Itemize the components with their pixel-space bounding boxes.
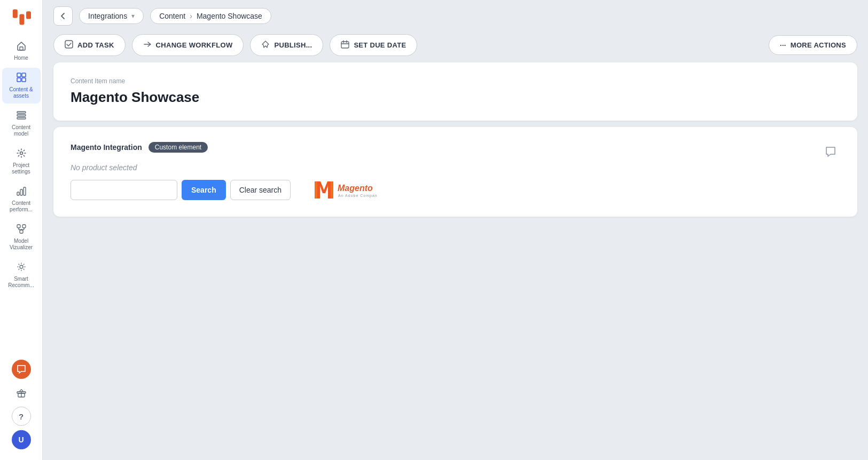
search-row: Search Clear search bbox=[71, 178, 821, 202]
breadcrumb-path: Content › Magento Showcase bbox=[150, 8, 271, 24]
search-input[interactable] bbox=[71, 180, 177, 200]
integration-card-inner: Magento Integration Custom element No pr… bbox=[71, 142, 821, 202]
content-assets-icon bbox=[16, 72, 27, 84]
dropdown-arrow-icon: ▾ bbox=[131, 12, 135, 20]
magento-logo: Magento An Adobe Company bbox=[308, 178, 377, 202]
svg-rect-5 bbox=[22, 73, 26, 77]
calendar-icon bbox=[341, 40, 349, 50]
svg-rect-12 bbox=[17, 192, 19, 195]
sidebar-item-content-assets[interactable]: Content & assets bbox=[2, 68, 41, 104]
clear-search-label: Clear search bbox=[239, 186, 281, 194]
sidebar-item-label-content-assets: Content & assets bbox=[4, 86, 38, 99]
sidebar-item-label-content-perform: Content perform... bbox=[4, 200, 38, 213]
svg-rect-17 bbox=[20, 230, 23, 233]
gift-button[interactable] bbox=[12, 383, 31, 402]
svg-rect-3 bbox=[20, 47, 23, 50]
sidebar-item-smart-recomm[interactable]: Smart Recomm... bbox=[2, 257, 41, 293]
svg-text:An Adobe Company: An Adobe Company bbox=[338, 194, 377, 198]
set-due-date-button[interactable]: SET DUE DATE bbox=[330, 34, 417, 56]
add-task-button[interactable]: ADD TASK bbox=[53, 34, 126, 56]
integration-card: Magento Integration Custom element No pr… bbox=[53, 127, 857, 217]
publish-button[interactable]: PUBLISH... bbox=[250, 34, 323, 56]
svg-rect-10 bbox=[17, 117, 26, 119]
sidebar-item-label-project-settings: Project settings bbox=[4, 162, 38, 175]
check-icon bbox=[65, 40, 73, 50]
integration-header: Magento Integration Custom element bbox=[71, 142, 821, 153]
content-model-icon bbox=[16, 110, 27, 122]
app-logo bbox=[11, 6, 32, 28]
user-avatar[interactable]: U bbox=[12, 430, 31, 449]
content-area: Content Item name Magento Showcase Magen… bbox=[43, 62, 868, 460]
back-button[interactable] bbox=[53, 6, 73, 26]
svg-rect-14 bbox=[24, 187, 26, 195]
sidebar-item-project-settings[interactable]: Project settings bbox=[2, 144, 41, 179]
integration-label: Magento Integration bbox=[71, 143, 142, 152]
search-button-label: Search bbox=[191, 186, 216, 194]
integration-card-row: Magento Integration Custom element No pr… bbox=[71, 142, 840, 202]
svg-rect-15 bbox=[17, 225, 20, 228]
svg-rect-23 bbox=[341, 42, 349, 48]
svg-rect-16 bbox=[22, 225, 26, 228]
svg-point-19 bbox=[20, 265, 23, 268]
help-button[interactable]: ? bbox=[12, 407, 31, 426]
svg-rect-13 bbox=[20, 189, 22, 195]
action-bar: ADD TASK CHANGE WORKFLOW PUBLISH... bbox=[43, 26, 868, 62]
sidebar-item-model-vizualizer[interactable]: Model Vizualizer bbox=[2, 219, 41, 255]
more-actions-button[interactable]: ··· MORE ACTIONS bbox=[769, 35, 857, 55]
add-task-label: ADD TASK bbox=[77, 41, 114, 49]
smart-recomm-icon bbox=[16, 261, 27, 274]
sidebar-item-label-smart-recomm: Smart Recomm... bbox=[4, 276, 38, 289]
comment-button[interactable] bbox=[821, 142, 840, 161]
svg-rect-8 bbox=[17, 112, 26, 113]
svg-rect-7 bbox=[22, 78, 26, 82]
more-actions-label: MORE ACTIONS bbox=[791, 41, 846, 49]
settings-icon bbox=[16, 148, 27, 160]
sidebar-item-label-home: Home bbox=[14, 55, 28, 61]
change-workflow-label: CHANGE WORKFLOW bbox=[156, 41, 233, 49]
svg-point-11 bbox=[20, 152, 22, 155]
svg-rect-4 bbox=[17, 73, 21, 77]
svg-rect-9 bbox=[17, 115, 26, 116]
vizualizer-icon bbox=[16, 224, 27, 236]
svg-rect-0 bbox=[12, 10, 17, 18]
svg-rect-1 bbox=[19, 14, 24, 25]
sidebar-item-home[interactable]: Home bbox=[2, 36, 41, 66]
breadcrumb-separator-icon: › bbox=[190, 12, 192, 20]
magento-logo-svg: Magento An Adobe Company bbox=[308, 178, 377, 202]
search-button[interactable]: Search bbox=[182, 180, 226, 200]
sidebar-item-label-model-vizualizer: Model Vizualizer bbox=[4, 238, 38, 251]
clear-search-button[interactable]: Clear search bbox=[230, 180, 291, 200]
sidebar-item-content-perform[interactable]: Content perform... bbox=[2, 181, 41, 217]
breadcrumb-current: Magento Showcase bbox=[197, 12, 262, 20]
content-item-card: Content Item name Magento Showcase bbox=[53, 62, 857, 121]
main-area: Integrations ▾ Content › Magento Showcas… bbox=[43, 0, 868, 460]
integrations-label: Integrations bbox=[88, 12, 127, 20]
svg-rect-2 bbox=[26, 11, 31, 19]
svg-rect-22 bbox=[65, 41, 73, 48]
breadcrumb-content: Content bbox=[159, 12, 185, 20]
svg-rect-6 bbox=[17, 78, 21, 82]
publish-label: PUBLISH... bbox=[274, 41, 312, 49]
integrations-dropdown[interactable]: Integrations ▾ bbox=[79, 8, 144, 24]
top-bar: Integrations ▾ Content › Magento Showcas… bbox=[43, 0, 868, 26]
chat-button[interactable] bbox=[12, 360, 31, 379]
publish-icon bbox=[261, 40, 270, 50]
change-workflow-button[interactable]: CHANGE WORKFLOW bbox=[132, 34, 244, 56]
more-dots-label: ··· bbox=[780, 41, 786, 49]
custom-element-badge: Custom element bbox=[148, 142, 208, 153]
analytics-icon bbox=[16, 186, 27, 198]
no-product-text: No product selected bbox=[71, 163, 821, 172]
content-item-title: Magento Showcase bbox=[71, 89, 840, 106]
svg-text:Magento: Magento bbox=[338, 184, 373, 193]
sidebar-item-content-model[interactable]: Content model bbox=[2, 106, 41, 141]
sidebar-item-label-content-model: Content model bbox=[4, 124, 38, 137]
sidebar-bottom: ? U bbox=[12, 360, 31, 454]
home-icon bbox=[16, 41, 27, 53]
content-item-label: Content Item name bbox=[71, 77, 840, 85]
workflow-icon bbox=[143, 40, 152, 50]
sidebar: Home Content & assets Content model bbox=[0, 0, 43, 460]
set-due-date-label: SET DUE DATE bbox=[354, 41, 406, 49]
